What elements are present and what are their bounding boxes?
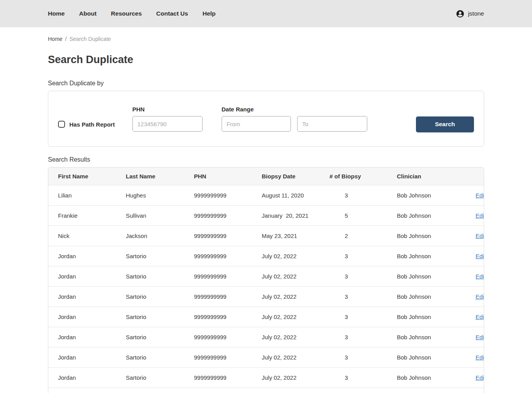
date-to-input[interactable]: [297, 116, 367, 132]
account-circle-icon: [456, 9, 465, 18]
edit-link[interactable]: Edit: [476, 314, 484, 320]
filter-section-label: Search Duplicate by: [48, 80, 484, 87]
cell-biopsy-date: July 02, 2022: [262, 347, 329, 367]
breadcrumb-separator: /: [65, 36, 67, 42]
cell-actions: Edit: [466, 307, 484, 327]
table-row: Nick Jackson 9999999999 May 23, 2021 2 B…: [48, 226, 484, 246]
cell-first-name: Jordan: [48, 266, 126, 286]
cell-last-name: Sartorio: [126, 347, 194, 367]
cell-actions: Edit: [466, 226, 484, 246]
table-row: Jordan Sartorio 9999999999 July 02, 2022…: [48, 266, 484, 286]
edit-link[interactable]: Edit: [476, 293, 484, 300]
results-table: First Name Last Name PHN Biopsy Date # o…: [48, 167, 484, 393]
cell-first-name: Jordan: [48, 286, 126, 307]
cell-first-name: Jordan: [48, 347, 126, 367]
table-row: Jordan Sartorio 9999999999 July 02, 2022…: [48, 367, 484, 388]
cell-clinician: Bob Johnson: [397, 347, 466, 367]
cell-actions: Edit: [466, 367, 484, 388]
cell-last-name: Sullivan: [126, 205, 194, 226]
cell-first-name: Jordan: [48, 246, 126, 266]
has-path-report-checkbox[interactable]: [58, 121, 65, 128]
edit-link[interactable]: Edit: [476, 233, 484, 239]
edit-link[interactable]: Edit: [476, 212, 484, 219]
cell-phn: 9999999999: [194, 226, 262, 246]
cell-phn: 9999999999: [194, 266, 262, 286]
search-button[interactable]: Search: [416, 116, 474, 132]
results-section-label: Search Results: [48, 156, 484, 163]
cell-phn: 9999999999: [194, 367, 262, 388]
results-table-foot: Showing 1-10 of 10 results: [48, 388, 484, 393]
user-menu[interactable]: jstone: [456, 9, 484, 18]
table-row: Jordan Sartorio 9999999999 July 02, 2022…: [48, 347, 484, 367]
cell-last-name: Sartorio: [126, 367, 194, 388]
breadcrumb-current: Search Duplicate: [69, 36, 111, 42]
cell-biopsy-date: July 02, 2022: [262, 286, 329, 307]
cell-actions: Edit: [466, 205, 484, 226]
phn-field-group: PHN: [132, 106, 203, 132]
cell-phn: 9999999999: [194, 185, 262, 205]
username-label: jstone: [468, 10, 484, 17]
cell-clinician: Bob Johnson: [397, 205, 466, 226]
cell-clinician: Bob Johnson: [397, 307, 466, 327]
cell-phn: 9999999999: [194, 286, 262, 307]
results-table-body: Lilian Hughes 9999999999 August 11, 2020…: [48, 185, 484, 388]
results-count-label: Showing 1-10 of 10 results: [48, 388, 484, 393]
cell-clinician: Bob Johnson: [397, 327, 466, 347]
col-header-first-name: First Name: [48, 167, 126, 185]
cell-last-name: Sartorio: [126, 266, 194, 286]
edit-link[interactable]: Edit: [476, 354, 484, 361]
filter-card: Has Path Report PHN Date Range Search: [48, 91, 484, 147]
cell-phn: 9999999999: [194, 347, 262, 367]
phn-label: PHN: [132, 106, 203, 113]
page-title: Search Duplicate: [48, 54, 484, 66]
edit-link[interactable]: Edit: [476, 374, 484, 381]
edit-link[interactable]: Edit: [476, 273, 484, 280]
nav-item-home[interactable]: Home: [48, 10, 65, 17]
cell-clinician: Bob Johnson: [397, 266, 466, 286]
cell-first-name: Nick: [48, 226, 126, 246]
cell-biopsy-date: January 20, 2021: [262, 205, 329, 226]
cell-actions: Edit: [466, 185, 484, 205]
cell-clinician: Bob Johnson: [397, 367, 466, 388]
has-path-report-label[interactable]: Has Path Report: [69, 121, 115, 128]
cell-phn: 9999999999: [194, 307, 262, 327]
breadcrumb-home-link[interactable]: Home: [48, 36, 62, 42]
phn-input[interactable]: [132, 116, 203, 132]
cell-first-name: Frankie: [48, 205, 126, 226]
cell-actions: Edit: [466, 327, 484, 347]
cell-biopsy-date: August 11, 2020: [262, 185, 329, 205]
col-header-actions: [466, 167, 484, 185]
date-from-input[interactable]: [222, 116, 291, 132]
edit-link[interactable]: Edit: [476, 253, 484, 259]
main-nav: Home About Resources Contact Us Help: [48, 10, 216, 17]
cell-num-biopsy: 3: [329, 246, 397, 266]
topbar: Home About Resources Contact Us Help jst…: [0, 0, 532, 27]
cell-phn: 9999999999: [194, 327, 262, 347]
cell-phn: 9999999999: [194, 246, 262, 266]
cell-last-name: Sartorio: [126, 327, 194, 347]
date-range-group: Date Range: [222, 106, 367, 132]
edit-link[interactable]: Edit: [476, 192, 484, 199]
cell-num-biopsy: 3: [329, 185, 397, 205]
nav-item-contact-us[interactable]: Contact Us: [156, 10, 188, 17]
cell-last-name: Jackson: [126, 226, 194, 246]
cell-biopsy-date: July 02, 2022: [262, 266, 329, 286]
cell-last-name: Sartorio: [126, 286, 194, 307]
cell-num-biopsy: 3: [329, 266, 397, 286]
cell-phn: 9999999999: [194, 205, 262, 226]
cell-actions: Edit: [466, 266, 484, 286]
cell-first-name: Jordan: [48, 307, 126, 327]
main-content: Home / Search Duplicate Search Duplicate…: [48, 36, 484, 393]
cell-biopsy-date: July 02, 2022: [262, 246, 329, 266]
cell-num-biopsy: 3: [329, 347, 397, 367]
cell-biopsy-date: July 02, 2022: [262, 327, 329, 347]
breadcrumb: Home / Search Duplicate: [48, 36, 484, 42]
cell-num-biopsy: 3: [329, 327, 397, 347]
cell-biopsy-date: July 02, 2022: [262, 307, 329, 327]
nav-item-resources[interactable]: Resources: [111, 10, 142, 17]
nav-item-help[interactable]: Help: [203, 10, 216, 17]
edit-link[interactable]: Edit: [476, 334, 484, 340]
cell-actions: Edit: [466, 246, 484, 266]
cell-biopsy-date: May 23, 2021: [262, 226, 329, 246]
nav-item-about[interactable]: About: [79, 10, 97, 17]
